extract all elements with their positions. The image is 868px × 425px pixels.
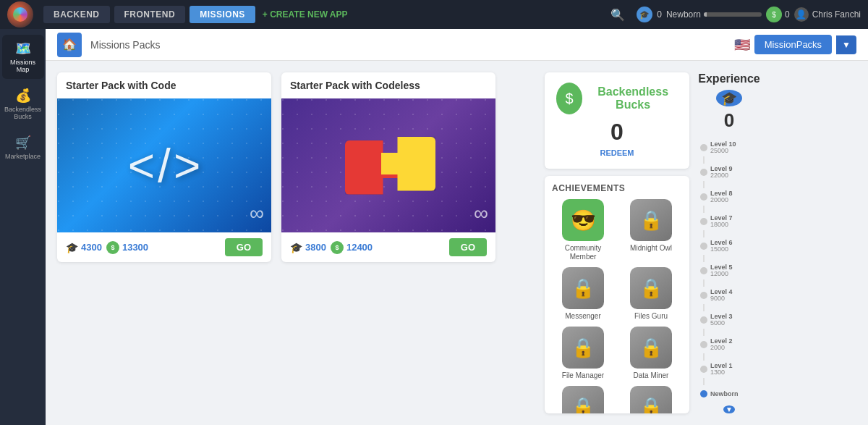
level-1-label: Level 1 1300 [710, 363, 733, 376]
packs-row: Starter Pack with Code </> ∞ [57, 72, 535, 262]
level-3-item: Level 3 5000 [700, 311, 733, 329]
breadcrumb: Missions Packs [90, 39, 734, 51]
achievement-label-file-manager: File Manager [562, 371, 604, 380]
level-7-dot [700, 218, 707, 225]
level-4-label: Level 4 9000 [710, 289, 733, 302]
user-name: Chris Fanchi [812, 9, 861, 20]
progress-bar [704, 12, 762, 17]
logo[interactable] [7, 1, 33, 28]
pack-code-go-button[interactable]: GO [225, 238, 263, 256]
experience-hat-icon: 🎓 [716, 90, 742, 106]
puzzle-icon [341, 130, 435, 202]
achievement-files-guru: Files Guru [620, 267, 682, 321]
level-10-label: Level 10 25000 [710, 141, 736, 154]
achievement-badge-unknown-2 [630, 386, 672, 413]
money-icon2: $ [331, 241, 344, 254]
level-4-dot [700, 292, 707, 299]
achievement-badge-community: 😎 [562, 199, 604, 241]
experience-points: 0 [724, 109, 734, 132]
achievement-badge-midnight [630, 199, 672, 241]
starter-pack-code: Starter Pack with Code </> ∞ [57, 72, 271, 262]
backend-nav-button[interactable]: BACKEND [43, 6, 110, 23]
level-scale: Level 10 25000 Level 9 22000 [700, 139, 758, 403]
hat-exp-icon2: 🎓 [290, 242, 302, 253]
sidebar-item-missions-map[interactable]: 🗺️ Missions Map [2, 35, 44, 79]
level-newborn-item: Newborn [700, 385, 739, 403]
pack-codeless-image: ∞ [281, 98, 495, 232]
right-section: $ Backendless Bucks 0 REDEEM ACHIEVEMENT… [545, 72, 856, 413]
level-5-label: Level 5 12000 [710, 264, 733, 277]
achievement-label-files-guru: Files Guru [634, 312, 668, 321]
home-button[interactable]: 🏠 [57, 33, 82, 57]
experience-panel: Experience 🎓 0 Level 10 25000 [697, 72, 762, 413]
main-layout: 🗺️ Missions Map 💰 Backendless Bucks 🛒 Ma… [0, 29, 868, 425]
level-6-label: Level 6 15000 [710, 240, 733, 253]
achievement-label-midnight: Midnight Owl [630, 244, 672, 253]
header-bar: 🏠 Missions Packs 🇺🇸 MissionPacks ▼ [46, 29, 868, 61]
achievements-card: ACHIEVEMENTS 😎 Community Member Midnight… [545, 176, 689, 413]
achievement-badge-unknown-1 [562, 386, 604, 413]
puzzle-yellow-icon [381, 137, 435, 191]
center-panel: $ Backendless Bucks 0 REDEEM ACHIEVEMENT… [545, 72, 689, 413]
missions-count: 0 [657, 9, 662, 20]
missions-nav-button[interactable]: MISSions [190, 6, 255, 23]
user-menu[interactable]: 👤 Chris Fanchi [794, 7, 861, 22]
level-4-item: Level 4 9000 [700, 287, 733, 304]
level-newborn-dot [700, 390, 707, 397]
achievement-messenger: Messenger [552, 267, 614, 321]
missionpacks-dropdown-arrow[interactable]: ▼ [836, 35, 856, 54]
level-6-item: Level 6 15000 [700, 237, 733, 255]
achievement-label-messenger: Messenger [565, 312, 600, 321]
achievement-badge-file-manager [562, 327, 604, 369]
main-content: Starter Pack with Code </> ∞ [46, 61, 868, 425]
bucks-amount: 0 [556, 119, 678, 146]
level-6-dot [700, 243, 707, 250]
hat-icon: 🎓 [637, 7, 652, 22]
level-9-label: Level 9 22000 [710, 166, 733, 179]
progress-bar-fill [704, 12, 707, 17]
create-new-app-button[interactable]: + CREATE NEW APP [263, 9, 348, 20]
sidebar-item-backendless-bucks[interactable]: 💰 Backendless Bucks [2, 82, 44, 126]
pack-codeless-go-button[interactable]: GO [449, 238, 487, 256]
achievements-title: ACHIEVEMENTS [552, 183, 682, 193]
scroll-down-indicator[interactable]: ▼ [723, 405, 735, 413]
sidebar-item-marketplace[interactable]: 🛒 Marketplace [2, 129, 44, 166]
pack-codeless-exp: 🎓 3800 [290, 242, 326, 253]
bucks-info: $ 0 [766, 7, 790, 22]
level-8-label: Level 8 20000 [710, 190, 733, 203]
level-3-label: Level 3 5000 [710, 314, 733, 327]
achievement-data-miner: Data Miner [620, 327, 682, 380]
starter-pack-codeless: Starter Pack with Codeless ∞ [281, 72, 495, 262]
pack-code-bucks: $ 13300 [106, 241, 148, 254]
redeem-button[interactable]: REDEEM [600, 148, 634, 157]
packs-section: Starter Pack with Code </> ∞ [57, 72, 535, 413]
bucks-card-header: $ Backendless Bucks [556, 83, 678, 114]
pack-code-exp: 🎓 4300 [66, 242, 102, 253]
marketplace-icon: 🛒 [15, 135, 31, 151]
bucks-nav-count: 0 [785, 9, 790, 20]
bucks-card-title: Backendless Bucks [588, 85, 678, 111]
level-3-dot [700, 316, 707, 324]
missionpacks-button[interactable]: MissionPacks [754, 35, 832, 54]
achievement-badge-files-guru [630, 267, 672, 309]
newborn-progress: Newborn [666, 9, 762, 20]
level-7-item: Level 7 18000 [700, 213, 733, 230]
infinity-code-icon: ∞ [250, 202, 264, 225]
sidebar-item-bucks-label: Backendless Bucks [4, 106, 41, 120]
level-9-dot [700, 169, 707, 176]
money-icon: $ [106, 241, 119, 254]
header-right: 🇺🇸 MissionPacks ▼ [734, 35, 856, 54]
achievement-midnight-owl: Midnight Owl [620, 199, 682, 261]
achievement-badge-data-miner [630, 327, 672, 369]
achievement-unknown-2 [620, 386, 682, 413]
level-2-dot [700, 341, 707, 348]
top-navigation: BACKEND FRONTEND MISSions + CREATE NEW A… [0, 0, 868, 29]
frontend-nav-button[interactable]: FRONTEND [114, 6, 186, 23]
achievement-unknown-1 [552, 386, 614, 413]
hat-exp-icon: 🎓 [66, 242, 78, 253]
bucks-big-icon: $ [556, 83, 582, 114]
sidebar-item-missions-map-label: Missions Map [5, 59, 41, 73]
achievement-badge-messenger [562, 267, 604, 309]
search-icon[interactable]: 🔍 [610, 8, 625, 22]
us-flag-icon: 🇺🇸 [734, 37, 750, 53]
